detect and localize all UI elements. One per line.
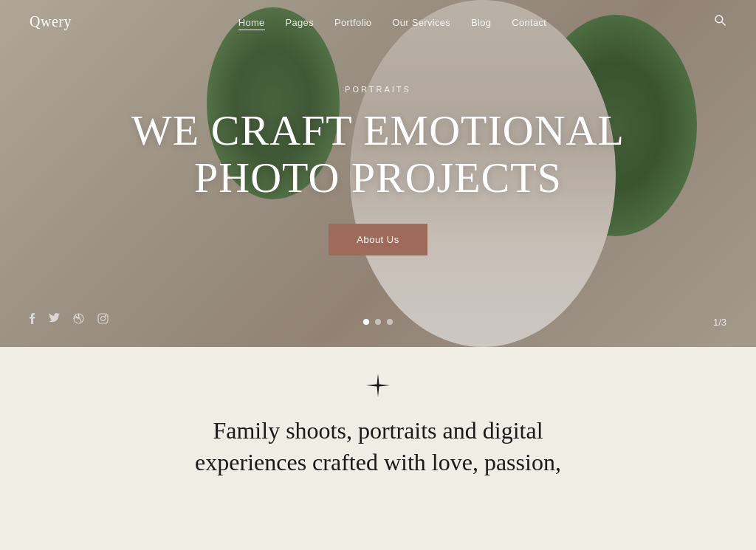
svg-point-5: [106, 315, 106, 316]
social-icons-group: [30, 313, 109, 326]
svg-rect-3: [98, 314, 108, 323]
nav-item-home[interactable]: Home: [238, 16, 265, 29]
main-navigation: Qwery Home Pages Portfolio Our Services …: [0, 0, 756, 44]
nav-item-portfolio[interactable]: Portfolio: [334, 16, 371, 29]
slide-counter: 1/3: [713, 317, 726, 328]
dot-3[interactable]: [387, 319, 393, 325]
bottom-tagline: Family shoots, portraits and digital exp…: [195, 415, 561, 478]
nav-link-contact[interactable]: Contact: [512, 17, 546, 28]
slide-dots: [363, 319, 393, 325]
nav-link-pages[interactable]: Pages: [286, 17, 314, 28]
nav-item-pages[interactable]: Pages: [286, 16, 314, 29]
hero-content: PORTRAITS WE CRAFT EMOTIONAL PHOTO PROJE…: [120, 85, 636, 255]
instagram-icon[interactable]: [97, 313, 109, 326]
dribbble-icon[interactable]: [73, 313, 84, 326]
svg-point-0: [715, 16, 723, 23]
search-icon[interactable]: [713, 13, 726, 30]
svg-point-4: [101, 317, 106, 321]
hero-title: WE CRAFT EMOTIONAL PHOTO PROJECTS: [120, 107, 636, 202]
nav-link-home[interactable]: Home: [238, 17, 265, 30]
sparkle-icon: [366, 374, 390, 400]
nav-item-contact[interactable]: Contact: [512, 16, 546, 29]
hero-section: Qwery Home Pages Portfolio Our Services …: [0, 0, 756, 347]
nav-item-blog[interactable]: Blog: [471, 16, 491, 29]
hero-cta-button[interactable]: About Us: [329, 224, 427, 255]
brand-logo[interactable]: Qwery: [30, 13, 72, 30]
nav-link-blog[interactable]: Blog: [471, 17, 491, 28]
dot-1[interactable]: [363, 319, 369, 325]
facebook-icon[interactable]: [30, 313, 35, 326]
twitter-icon[interactable]: [49, 313, 60, 326]
svg-line-1: [722, 22, 726, 26]
hero-subtitle: PORTRAITS: [120, 85, 636, 94]
nav-item-services[interactable]: Our Services: [392, 16, 450, 29]
bottom-section: Family shoots, portraits and digital exp…: [0, 347, 756, 550]
nav-links-list: Home Pages Portfolio Our Services Blog C…: [238, 16, 547, 29]
nav-link-portfolio[interactable]: Portfolio: [334, 17, 371, 28]
dot-2[interactable]: [375, 319, 381, 325]
nav-link-services[interactable]: Our Services: [392, 17, 450, 28]
